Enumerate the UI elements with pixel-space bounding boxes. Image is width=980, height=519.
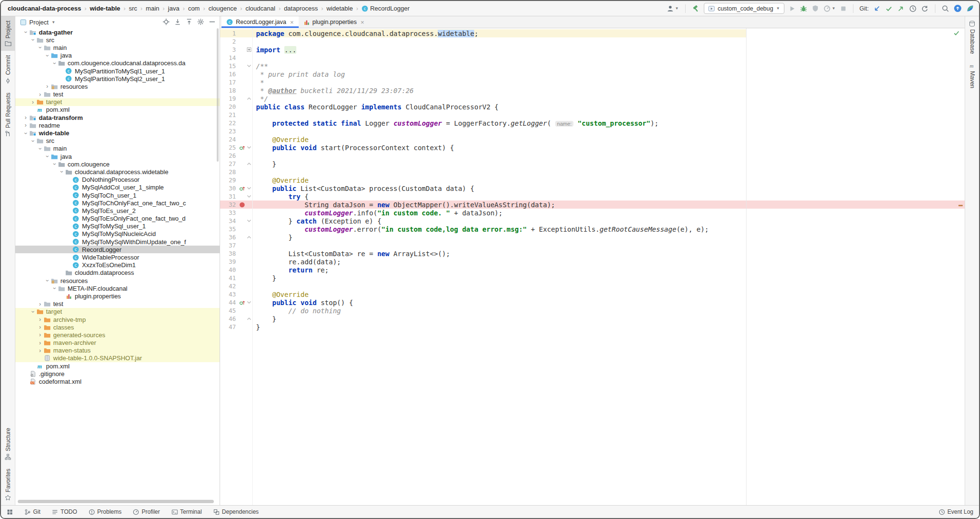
breadcrumb-item-clougence[interactable]: clougence <box>209 5 237 12</box>
breadcrumb-item-cloudcanal-data-process[interactable]: cloudcanal-data-process <box>8 5 81 12</box>
tree-item-target[interactable]: ›target <box>15 98 220 106</box>
tree-item-maven-archiver[interactable]: ›maven-archiver <box>15 339 220 347</box>
line-number[interactable]: 19 <box>220 95 238 102</box>
tree-item-com-clougence[interactable]: ›com.clougence <box>15 160 220 168</box>
line-number[interactable]: 1 <box>220 30 238 37</box>
chevron-down-icon[interactable]: › <box>37 45 43 51</box>
line-number[interactable]: 39 <box>220 258 238 265</box>
inspections-ok-icon[interactable] <box>953 30 960 36</box>
line-number[interactable]: 26 <box>220 152 238 159</box>
fold-marker-icon[interactable] <box>246 64 252 68</box>
rollback-button[interactable] <box>921 5 929 12</box>
chevron-right-icon[interactable]: › <box>23 122 29 128</box>
line-number[interactable]: 21 <box>220 111 238 118</box>
status-item-event-log[interactable]: Event Log <box>939 508 973 515</box>
chevron-right-icon[interactable]: › <box>37 332 43 338</box>
run-config-select[interactable]: custom_code_debug▼ <box>704 3 784 14</box>
sidebar-item-project[interactable]: Project <box>1 16 15 51</box>
git-update-button[interactable] <box>873 5 881 12</box>
chevron-right-icon[interactable]: › <box>37 301 43 307</box>
tree-item-mysqltoesonlyfact-one-fact-two-d[interactable]: cMySqlToEsOnlyFact_one_fact_two_d <box>15 215 220 223</box>
stop-button[interactable] <box>840 5 847 12</box>
close-icon[interactable]: × <box>290 19 294 26</box>
build-project-button[interactable] <box>692 5 700 12</box>
tree-item-mysqltomysql-user-1[interactable]: cMySqlToMySql_user_1 <box>15 223 220 230</box>
tree-item-mysqltomysqlnucleicacid[interactable]: cMySqlToMySqlNucleicAcid <box>15 230 220 238</box>
line-number[interactable]: 38 <box>220 250 238 257</box>
debug-button[interactable] <box>800 5 807 12</box>
line-number[interactable]: 17 <box>220 79 238 86</box>
tree-item-archive-tmp[interactable]: ›archive-tmp <box>15 316 220 323</box>
breadcrumb-item-com[interactable]: com <box>188 5 200 12</box>
line-number[interactable]: 16 <box>220 71 238 78</box>
breadcrumb-item-widetable[interactable]: widetable <box>327 5 353 12</box>
tree-item-test[interactable]: ›test <box>15 91 220 98</box>
tool-window-switcher[interactable] <box>7 509 13 515</box>
sidebar-item-favorites[interactable]: Favorites <box>1 464 15 505</box>
breadcrumb-item-src[interactable]: src <box>129 5 137 12</box>
tree-item-wide-table-1-0-0-snapshot-jar[interactable]: wide-table-1.0.0-SNAPSHOT.jar <box>15 354 220 362</box>
chevron-down-icon[interactable]: › <box>45 153 50 160</box>
chevron-down-icon[interactable]: › <box>30 308 36 315</box>
sidebar-item-database[interactable]: Database <box>965 16 979 58</box>
breadcrumb-item-main[interactable]: main <box>146 5 159 12</box>
tree-item-generated-sources[interactable]: ›generated-sources <box>15 331 220 339</box>
line-number[interactable]: 37 <box>220 242 238 249</box>
line-number[interactable]: 2 <box>220 38 238 45</box>
chevron-right-icon[interactable]: › <box>44 83 50 89</box>
chevron-down-icon[interactable]: › <box>23 130 29 136</box>
line-number[interactable]: 28 <box>220 168 238 176</box>
tree-item-mysqltoch-user-1[interactable]: cMySqlToCh_user_1 <box>15 191 220 199</box>
line-number[interactable]: 32 <box>220 201 238 208</box>
chevron-right-icon[interactable]: › <box>37 340 43 346</box>
user-menu-button[interactable]: ▼ <box>666 5 679 12</box>
sidebar-item-structure[interactable]: Structure <box>1 424 15 464</box>
ide-update-button[interactable] <box>954 4 962 12</box>
tree-item-xxzxtoesonedim1[interactable]: cXxzxToEsOneDim1 <box>15 261 220 269</box>
plugin-button[interactable] <box>966 4 974 12</box>
tree-item-mysqlpartitiontomysql2-user-1[interactable]: cMySqlPartitionToMySql2_user_1 <box>15 75 220 83</box>
override-method-icon[interactable] <box>238 185 246 191</box>
chevron-right-icon[interactable]: › <box>23 115 29 120</box>
chevron-down-icon[interactable]: › <box>52 60 58 66</box>
chevron-right-icon[interactable]: › <box>37 348 43 354</box>
line-number[interactable]: 33 <box>220 209 238 216</box>
git-push-button[interactable] <box>897 5 905 12</box>
breadcrumb-item-recordlogger[interactable]: cRecordLogger <box>362 5 409 12</box>
tree-item-classes[interactable]: ›classes <box>15 323 220 331</box>
status-item-problems[interactable]: Problems <box>89 508 122 515</box>
tab-plugin-properties[interactable]: plugin.properties× <box>299 16 369 28</box>
status-item-todo[interactable]: TODO <box>52 508 77 515</box>
line-number[interactable]: 35 <box>220 225 238 233</box>
tree-item-pom-xml[interactable]: mpom.xml <box>15 106 220 114</box>
tree-item-maven-status[interactable]: ›maven-status <box>15 347 220 354</box>
fold-marker-icon[interactable] <box>246 317 252 320</box>
chevron-right-icon[interactable]: › <box>30 99 36 105</box>
tree-item-java[interactable]: ›java <box>15 52 220 59</box>
tree-item-data-transform[interactable]: ›data-transform <box>15 114 220 121</box>
tree-item-cloudcanal-dataprocess-widetable[interactable]: ›cloudcanal.dataprocess.widetable <box>15 168 220 176</box>
chevron-down-icon[interactable]: › <box>30 37 36 43</box>
tree-item-mysqltochonlyfact-one-fact-two-c[interactable]: cMySqlToChOnlyFact_one_fact_two_c <box>15 199 220 207</box>
fold-marker-icon[interactable] <box>246 187 252 190</box>
line-number[interactable]: 47 <box>220 323 238 330</box>
tree-item-data-gather[interactable]: ›data-gather <box>15 28 220 36</box>
chevron-right-icon[interactable]: › <box>37 317 43 322</box>
breadcrumb-item-java[interactable]: java <box>168 5 179 12</box>
locate-file-button[interactable] <box>163 18 170 25</box>
settings-button[interactable] <box>197 18 204 25</box>
tree-item-mysqltomysqlwithdimupdate-one-f[interactable]: cMySqlToMySqlWithDimUpdate_one_f <box>15 238 220 246</box>
chevron-down-icon[interactable]: › <box>52 285 58 292</box>
fold-marker-icon[interactable] <box>246 195 252 198</box>
line-number[interactable]: 46 <box>220 315 238 322</box>
tree-item-main[interactable]: ›main <box>15 145 220 153</box>
line-number[interactable]: 3 <box>220 46 238 53</box>
chevron-right-icon[interactable]: › <box>37 324 43 330</box>
sidebar-item-commit[interactable]: Commit <box>1 51 15 88</box>
tree-item-codeformat-xml[interactable]: </>codeformat.xml <box>15 377 220 385</box>
tree-item-resources[interactable]: ›resources <box>15 83 220 90</box>
profiler-button[interactable]: ▼ <box>823 5 836 12</box>
line-number[interactable]: 30 <box>220 185 238 192</box>
tree-horizontal-scrollbar[interactable] <box>18 500 214 503</box>
tree-item-mysqltoes-user-2[interactable]: cMySqlToEs_user_2 <box>15 207 220 214</box>
